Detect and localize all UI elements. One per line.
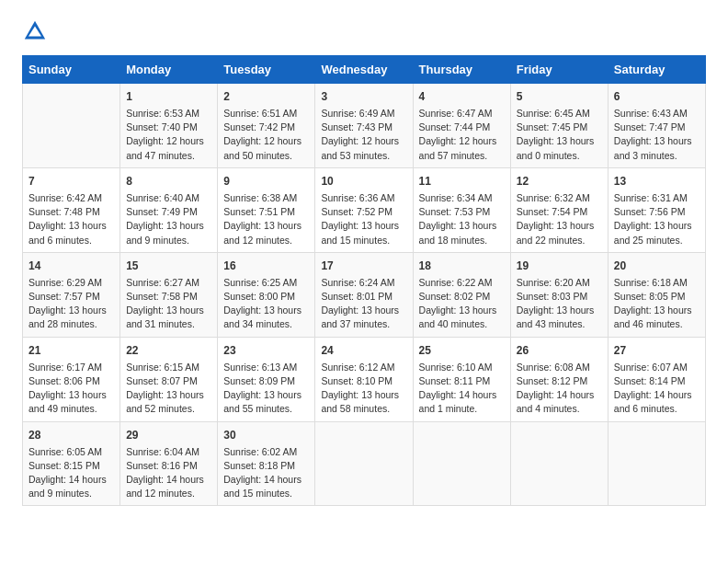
calendar-cell: 7Sunrise: 6:42 AM Sunset: 7:48 PM Daylig… [23,167,120,252]
cell-content: Sunrise: 6:49 AM Sunset: 7:43 PM Dayligh… [321,107,406,163]
day-number: 9 [223,173,309,190]
day-number: 11 [419,173,505,190]
col-header-thursday: Thursday [413,56,510,84]
week-row-1: 1Sunrise: 6:53 AM Sunset: 7:40 PM Daylig… [23,84,706,168]
day-number: 13 [614,173,700,190]
cell-content: Sunrise: 6:38 AM Sunset: 7:51 PM Dayligh… [223,191,309,247]
day-number: 14 [28,258,114,274]
cell-content: Sunrise: 6:29 AM Sunset: 7:57 PM Dayligh… [28,276,114,332]
week-row-4: 21Sunrise: 6:17 AM Sunset: 8:06 PM Dayli… [23,337,706,421]
day-number: 23 [223,342,309,359]
day-number: 12 [517,173,602,190]
calendar-cell: 19Sunrise: 6:20 AM Sunset: 8:03 PM Dayli… [510,252,608,337]
calendar-cell [608,421,705,506]
col-header-tuesday: Tuesday [218,56,315,84]
cell-content: Sunrise: 6:47 AM Sunset: 7:44 PM Dayligh… [419,107,505,163]
calendar-cell: 15Sunrise: 6:27 AM Sunset: 7:58 PM Dayli… [120,252,218,337]
col-header-monday: Monday [120,56,218,84]
calendar-cell: 10Sunrise: 6:36 AM Sunset: 7:52 PM Dayli… [315,167,413,252]
calendar-cell: 20Sunrise: 6:18 AM Sunset: 8:05 PM Dayli… [608,252,705,337]
calendar-cell: 23Sunrise: 6:13 AM Sunset: 8:09 PM Dayli… [218,337,315,421]
cell-content: Sunrise: 6:17 AM Sunset: 8:06 PM Dayligh… [28,361,114,417]
calendar-cell: 16Sunrise: 6:25 AM Sunset: 8:00 PM Dayli… [218,252,315,337]
calendar-cell [510,421,608,506]
day-number: 5 [517,88,602,105]
cell-content: Sunrise: 6:20 AM Sunset: 8:03 PM Dayligh… [517,276,602,332]
day-number: 18 [419,258,505,274]
day-number: 25 [419,342,505,359]
calendar-cell: 4Sunrise: 6:47 AM Sunset: 7:44 PM Daylig… [413,84,510,168]
day-number: 2 [223,88,309,105]
cell-content: Sunrise: 6:18 AM Sunset: 8:05 PM Dayligh… [614,276,700,332]
cell-content: Sunrise: 6:13 AM Sunset: 8:09 PM Dayligh… [223,361,309,417]
calendar-cell: 12Sunrise: 6:32 AM Sunset: 7:54 PM Dayli… [510,167,608,252]
calendar-cell: 6Sunrise: 6:43 AM Sunset: 7:47 PM Daylig… [608,84,705,168]
cell-content: Sunrise: 6:07 AM Sunset: 8:14 PM Dayligh… [614,361,700,417]
page: SundayMondayTuesdayWednesdayThursdayFrid… [0,0,728,524]
cell-content: Sunrise: 6:10 AM Sunset: 8:11 PM Dayligh… [419,361,505,417]
day-number: 15 [126,258,211,274]
calendar-cell [315,421,413,506]
cell-content: Sunrise: 6:31 AM Sunset: 7:56 PM Dayligh… [614,191,700,247]
calendar-cell: 13Sunrise: 6:31 AM Sunset: 7:56 PM Dayli… [608,167,705,252]
calendar-cell: 26Sunrise: 6:08 AM Sunset: 8:12 PM Dayli… [510,337,608,421]
header-row: SundayMondayTuesdayWednesdayThursdayFrid… [23,56,706,84]
calendar-cell: 8Sunrise: 6:40 AM Sunset: 7:49 PM Daylig… [120,167,218,252]
day-number: 10 [321,173,406,190]
calendar-cell: 1Sunrise: 6:53 AM Sunset: 7:40 PM Daylig… [120,84,218,168]
cell-content: Sunrise: 6:43 AM Sunset: 7:47 PM Dayligh… [614,107,700,163]
week-row-3: 14Sunrise: 6:29 AM Sunset: 7:57 PM Dayli… [23,252,706,337]
cell-content: Sunrise: 6:15 AM Sunset: 8:07 PM Dayligh… [126,361,211,417]
day-number: 26 [517,342,602,359]
day-number: 30 [223,427,309,443]
calendar-cell: 24Sunrise: 6:12 AM Sunset: 8:10 PM Dayli… [315,337,413,421]
calendar-cell: 21Sunrise: 6:17 AM Sunset: 8:06 PM Dayli… [23,337,120,421]
col-header-sunday: Sunday [23,56,120,84]
col-header-friday: Friday [510,56,608,84]
day-number: 1 [126,88,211,105]
header [22,18,706,44]
calendar-cell: 30Sunrise: 6:02 AM Sunset: 8:18 PM Dayli… [218,421,315,506]
day-number: 28 [28,427,114,443]
day-number: 17 [321,258,406,274]
cell-content: Sunrise: 6:08 AM Sunset: 8:12 PM Dayligh… [517,361,602,417]
cell-content: Sunrise: 6:25 AM Sunset: 8:00 PM Dayligh… [223,276,309,332]
calendar-cell: 29Sunrise: 6:04 AM Sunset: 8:16 PM Dayli… [120,421,218,506]
day-number: 20 [614,258,700,274]
calendar-cell [23,84,120,168]
day-number: 6 [614,88,700,105]
calendar-cell: 11Sunrise: 6:34 AM Sunset: 7:53 PM Dayli… [413,167,510,252]
cell-content: Sunrise: 6:36 AM Sunset: 7:52 PM Dayligh… [321,191,406,247]
cell-content: Sunrise: 6:12 AM Sunset: 8:10 PM Dayligh… [321,361,406,417]
cell-content: Sunrise: 6:53 AM Sunset: 7:40 PM Dayligh… [126,107,211,163]
day-number: 16 [223,258,309,274]
day-number: 21 [28,342,114,359]
calendar-cell [413,421,510,506]
cell-content: Sunrise: 6:45 AM Sunset: 7:45 PM Dayligh… [517,107,602,163]
cell-content: Sunrise: 6:34 AM Sunset: 7:53 PM Dayligh… [419,191,505,247]
cell-content: Sunrise: 6:42 AM Sunset: 7:48 PM Dayligh… [28,191,114,247]
cell-content: Sunrise: 6:04 AM Sunset: 8:16 PM Dayligh… [126,445,211,501]
week-row-2: 7Sunrise: 6:42 AM Sunset: 7:48 PM Daylig… [23,167,706,252]
col-header-saturday: Saturday [608,56,705,84]
cell-content: Sunrise: 6:27 AM Sunset: 7:58 PM Dayligh… [126,276,211,332]
day-number: 4 [419,88,505,105]
calendar-table: SundayMondayTuesdayWednesdayThursdayFrid… [22,55,706,506]
logo [22,18,53,44]
day-number: 27 [614,342,700,359]
cell-content: Sunrise: 6:02 AM Sunset: 8:18 PM Dayligh… [223,445,309,501]
cell-content: Sunrise: 6:32 AM Sunset: 7:54 PM Dayligh… [517,191,602,247]
calendar-cell: 25Sunrise: 6:10 AM Sunset: 8:11 PM Dayli… [413,337,510,421]
day-number: 8 [126,173,211,190]
day-number: 3 [321,88,406,105]
col-header-wednesday: Wednesday [315,56,413,84]
calendar-cell: 17Sunrise: 6:24 AM Sunset: 8:01 PM Dayli… [315,252,413,337]
day-number: 24 [321,342,406,359]
day-number: 7 [28,173,114,190]
day-number: 19 [517,258,602,274]
day-number: 22 [126,342,211,359]
cell-content: Sunrise: 6:51 AM Sunset: 7:42 PM Dayligh… [223,107,309,163]
cell-content: Sunrise: 6:05 AM Sunset: 8:15 PM Dayligh… [28,445,114,501]
week-row-5: 28Sunrise: 6:05 AM Sunset: 8:15 PM Dayli… [23,421,706,506]
cell-content: Sunrise: 6:40 AM Sunset: 7:49 PM Dayligh… [126,191,211,247]
